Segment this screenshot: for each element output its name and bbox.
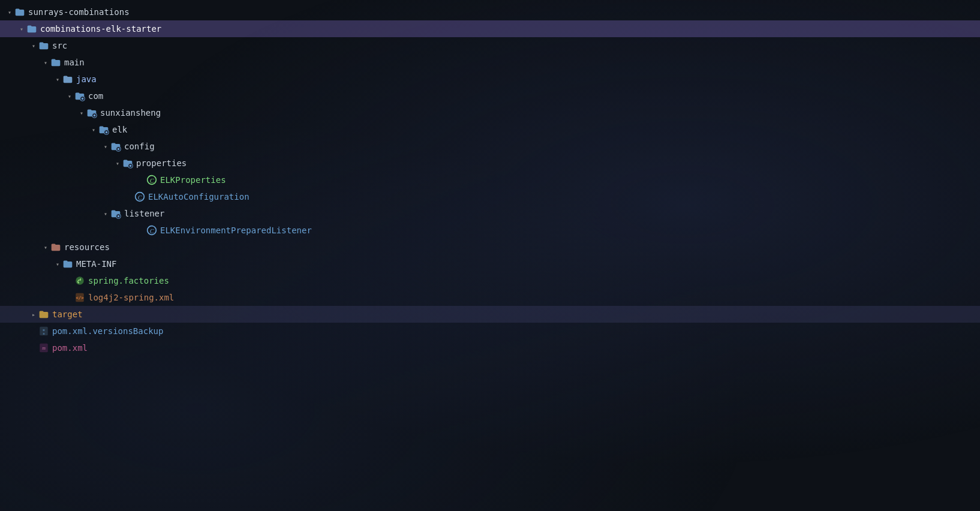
tree-row-elk[interactable]: elk	[0, 121, 980, 138]
tree-node-label: elk	[112, 125, 127, 134]
tree-node-label: target	[52, 309, 83, 319]
tree-node-label: ELKEnvironmentPreparedListener	[160, 226, 312, 235]
folder-icon	[26, 23, 37, 34]
tree-node-label: META-INF	[76, 259, 116, 269]
chevron-right-icon	[29, 309, 38, 319]
tree-row-src[interactable]: src	[0, 37, 980, 54]
folder-target-icon	[38, 309, 49, 320]
tree-node-label: ELKAutoConfiguration	[148, 192, 249, 202]
chevron-none	[65, 293, 74, 302]
tree-row-config[interactable]: config	[0, 138, 980, 155]
class-file-icon: C	[146, 175, 157, 185]
pom-backup-icon: ≡ ≡	[38, 326, 49, 336]
folder-package-icon	[74, 91, 85, 101]
chevron-none	[137, 226, 146, 235]
tree-node-label: sunrays-combinations	[28, 7, 130, 17]
tree-row-META-INF[interactable]: META-INF	[0, 256, 980, 272]
folder-src-icon	[38, 40, 49, 51]
chevron-none	[137, 175, 146, 185]
folder-package-icon	[86, 107, 97, 118]
folder-icon	[62, 258, 73, 269]
folder-package-icon	[98, 124, 109, 135]
tree-node-label: log4j2-spring.xml	[88, 293, 174, 302]
tree-node-label: ELKProperties	[160, 175, 226, 185]
svg-point-7	[118, 148, 119, 150]
tree-node-label: java	[76, 74, 97, 84]
folder-icon	[14, 7, 25, 17]
tree-row-spring.factories[interactable]: spring.factories	[0, 272, 980, 289]
svg-text:≡: ≡	[43, 332, 44, 335]
svg-point-18	[76, 276, 84, 285]
chevron-none	[29, 326, 38, 336]
folder-package-icon	[110, 141, 121, 152]
svg-point-3	[94, 115, 95, 116]
chevron-down-icon	[41, 58, 50, 67]
tree-row-sunrays-combinations[interactable]: sunrays-combinations	[0, 4, 980, 20]
chevron-none	[29, 343, 38, 353]
svg-point-1	[82, 98, 83, 100]
chevron-down-icon	[29, 41, 38, 50]
tree-row-sunxiansheng[interactable]: sunxiansheng	[0, 104, 980, 121]
tree-row-listener[interactable]: listener	[0, 205, 980, 222]
folder-java-icon	[62, 74, 73, 85]
xml-file-icon: </>	[74, 292, 85, 303]
svg-point-19	[78, 282, 79, 283]
tree-node-label: src	[52, 41, 67, 50]
tree-node-label: properties	[136, 158, 187, 168]
tree-row-log4j2-spring.xml[interactable]: </> log4j2-spring.xml	[0, 289, 980, 306]
folder-package-icon	[110, 208, 121, 219]
chevron-down-icon	[101, 209, 110, 218]
tree-node-label: pom.xml	[52, 343, 88, 353]
tree-row-properties[interactable]: properties	[0, 155, 980, 172]
tree-row-pom.xml[interactable]: m pom.xml	[0, 339, 980, 356]
chevron-down-icon	[77, 108, 86, 118]
chevron-down-icon	[113, 158, 122, 168]
chevron-down-icon	[89, 125, 98, 134]
tree-node-label: spring.factories	[88, 276, 169, 285]
tree-row-ELKEnvironmentPreparedListener[interactable]: C ELKEnvironmentPreparedListener	[0, 222, 980, 239]
tree-node-label: listener	[124, 209, 164, 218]
chevron-down-icon	[65, 91, 74, 101]
chevron-down-icon	[53, 259, 62, 269]
svg-point-15	[118, 215, 119, 217]
chevron-down-icon	[41, 242, 50, 252]
tree-node-label: config	[124, 142, 155, 151]
folder-icon	[50, 57, 61, 68]
tree-row-com[interactable]: com	[0, 88, 980, 104]
chevron-none	[65, 276, 74, 285]
tree-node-label: pom.xml.versionsBackup	[52, 326, 163, 336]
svg-text:C: C	[138, 194, 142, 201]
tree-node-label: sunxiansheng	[100, 108, 161, 118]
folder-resources-icon	[50, 242, 61, 253]
chevron-down-icon	[17, 24, 26, 34]
tree-row-main[interactable]: main	[0, 54, 980, 71]
svg-point-9	[130, 165, 131, 167]
tree-row-ELKAutoConfiguration[interactable]: C ELKAutoConfiguration	[0, 188, 980, 205]
chevron-down-icon	[53, 74, 62, 84]
spring-factories-icon	[74, 275, 85, 286]
svg-text:</>: </>	[76, 295, 84, 300]
tree-node-label: main	[64, 58, 85, 67]
tree-node-label: com	[88, 91, 103, 101]
tree-row-java[interactable]: java	[0, 71, 980, 88]
tree-node-label: resources	[64, 242, 110, 252]
class-file-icon: C	[146, 225, 157, 236]
svg-text:m: m	[42, 345, 46, 351]
class-file-icon: C	[134, 191, 145, 202]
tree-row-target[interactable]: target	[0, 306, 980, 323]
tree-row-resources[interactable]: resources	[0, 239, 980, 256]
chevron-none	[125, 192, 134, 202]
svg-text:C: C	[150, 228, 154, 235]
file-tree: sunrays-combinations combinations-elk-st…	[0, 0, 980, 360]
tree-node-label: combinations-elk-starter	[40, 24, 161, 34]
pom-xml-icon: m	[38, 342, 49, 353]
chevron-down-icon	[5, 7, 14, 17]
svg-point-5	[106, 131, 107, 133]
folder-package-icon	[122, 158, 133, 169]
svg-text:C: C	[150, 178, 154, 184]
tree-row-ELKProperties[interactable]: C ELKProperties	[0, 172, 980, 188]
chevron-down-icon	[101, 142, 110, 151]
tree-row-combinations-elk-starter[interactable]: combinations-elk-starter	[0, 20, 980, 37]
tree-row-pom.xml.versionsBackup[interactable]: ≡ ≡ pom.xml.versionsBackup	[0, 323, 980, 339]
